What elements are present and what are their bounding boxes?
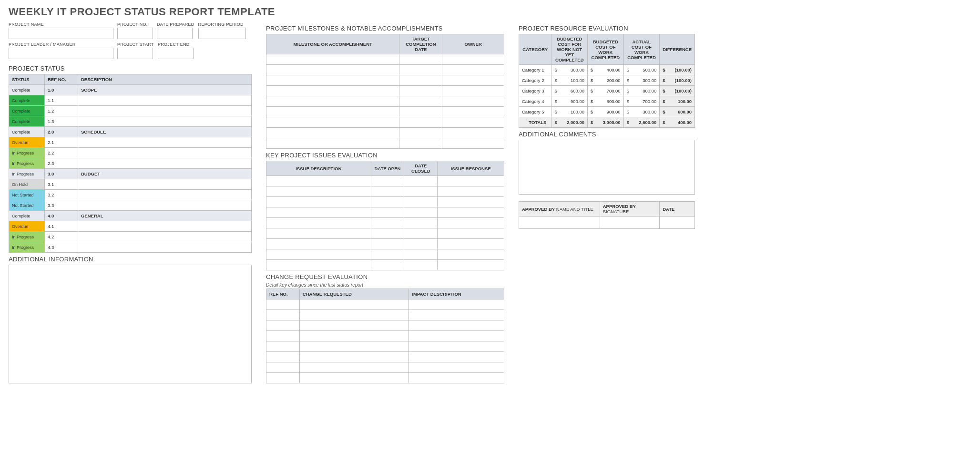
status-cell[interactable]: Complete (9, 211, 45, 221)
cell[interactable] (442, 96, 504, 107)
cell[interactable] (409, 331, 504, 341)
status-cell[interactable]: Complete (9, 116, 45, 127)
cell[interactable] (404, 186, 438, 197)
cell[interactable] (438, 249, 504, 260)
cell[interactable] (371, 207, 404, 218)
cell[interactable] (409, 362, 504, 373)
cell[interactable] (399, 65, 442, 75)
cell[interactable] (266, 96, 399, 107)
cell[interactable] (399, 96, 442, 107)
cell[interactable] (442, 65, 504, 75)
cell[interactable] (442, 86, 504, 96)
status-cell[interactable]: Not Started (9, 200, 45, 211)
cell[interactable] (404, 239, 438, 249)
approval-date-cell[interactable] (660, 217, 695, 229)
cell[interactable] (266, 218, 371, 228)
cell[interactable] (409, 352, 504, 362)
cell[interactable] (371, 249, 404, 260)
cell[interactable] (404, 228, 438, 239)
cell[interactable] (371, 176, 404, 186)
cell[interactable] (442, 54, 504, 65)
comments-box[interactable] (519, 140, 695, 195)
cell[interactable] (399, 138, 442, 149)
cell[interactable] (409, 341, 504, 352)
status-cell[interactable]: Complete (9, 127, 45, 137)
cell[interactable] (266, 228, 371, 239)
cell[interactable] (409, 373, 504, 383)
cell[interactable] (266, 197, 371, 207)
status-cell[interactable]: On Hold (9, 179, 45, 190)
meta-input[interactable] (117, 28, 153, 39)
cell[interactable] (404, 176, 438, 186)
status-cell[interactable]: Complete (9, 106, 45, 116)
cell[interactable] (409, 299, 504, 310)
cell[interactable] (266, 176, 371, 186)
cell[interactable] (404, 249, 438, 260)
cell[interactable] (266, 373, 300, 383)
cell[interactable] (371, 218, 404, 228)
cell[interactable] (399, 75, 442, 86)
cell[interactable] (438, 260, 504, 270)
cell[interactable] (438, 207, 504, 218)
cell[interactable] (266, 299, 300, 310)
cell[interactable] (266, 117, 399, 128)
meta-input[interactable] (9, 48, 113, 59)
cell[interactable] (266, 86, 399, 96)
cell[interactable] (266, 54, 399, 65)
status-cell[interactable]: Complete (9, 95, 45, 106)
cell[interactable] (442, 117, 504, 128)
cell[interactable] (409, 310, 504, 320)
cell[interactable] (399, 86, 442, 96)
cell[interactable] (371, 260, 404, 270)
cell[interactable] (399, 107, 442, 117)
cell[interactable] (266, 65, 399, 75)
approval-signature-cell[interactable] (600, 217, 659, 229)
meta-input[interactable] (9, 28, 113, 39)
status-cell[interactable]: In Progress (9, 232, 45, 242)
cell[interactable] (399, 54, 442, 65)
cell[interactable] (266, 186, 371, 197)
cell[interactable] (399, 117, 442, 128)
cell[interactable] (299, 310, 409, 320)
cell[interactable] (266, 138, 399, 149)
cell[interactable] (442, 107, 504, 117)
cell[interactable] (371, 239, 404, 249)
cell[interactable] (266, 75, 399, 86)
cell[interactable] (438, 228, 504, 239)
cell[interactable] (299, 362, 409, 373)
cell[interactable] (266, 352, 300, 362)
cell[interactable] (371, 186, 404, 197)
cell[interactable] (438, 186, 504, 197)
cell[interactable] (371, 228, 404, 239)
meta-input[interactable] (117, 48, 153, 59)
cell[interactable] (371, 197, 404, 207)
status-cell[interactable]: Overdue (9, 137, 45, 148)
cell[interactable] (442, 138, 504, 149)
cell[interactable] (438, 218, 504, 228)
cell[interactable] (266, 107, 399, 117)
additional-info-box[interactable] (9, 265, 252, 383)
status-cell[interactable]: In Progress (9, 148, 45, 158)
cell[interactable] (404, 197, 438, 207)
cell[interactable] (299, 299, 409, 310)
status-cell[interactable]: Not Started (9, 190, 45, 200)
cell[interactable] (299, 352, 409, 362)
cell[interactable] (266, 128, 399, 138)
cell[interactable] (442, 75, 504, 86)
cell[interactable] (404, 218, 438, 228)
cell[interactable] (266, 341, 300, 352)
approval-name-cell[interactable] (519, 217, 600, 229)
cell[interactable] (299, 373, 409, 383)
status-cell[interactable]: In Progress (9, 242, 45, 253)
cell[interactable] (266, 239, 371, 249)
meta-input[interactable] (198, 28, 246, 39)
cell[interactable] (266, 249, 371, 260)
cell[interactable] (299, 331, 409, 341)
cell[interactable] (442, 128, 504, 138)
cell[interactable] (438, 239, 504, 249)
status-cell[interactable]: Complete (9, 85, 45, 95)
cell[interactable] (299, 320, 409, 331)
cell[interactable] (399, 128, 442, 138)
cell[interactable] (409, 320, 504, 331)
cell[interactable] (266, 310, 300, 320)
